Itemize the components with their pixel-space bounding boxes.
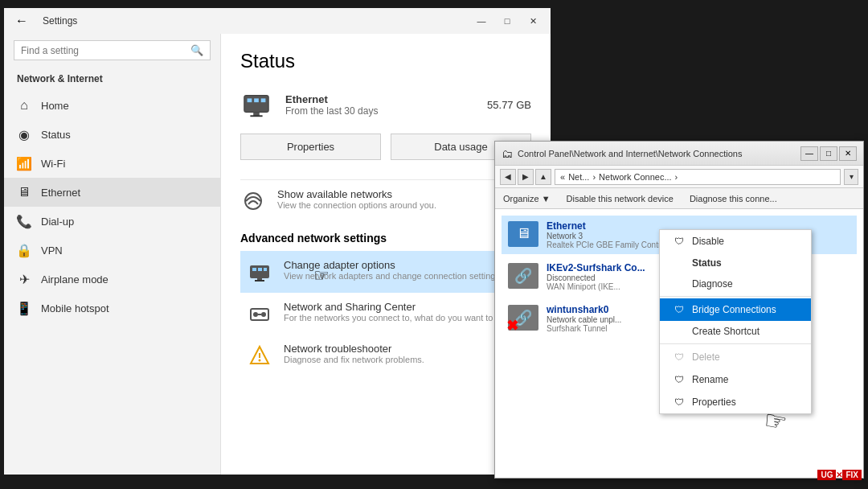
sidebar-item-label-airplane: Airplane mode [41, 273, 108, 286]
troubleshooter-item[interactable]: Network troubleshooter Diagnose and fix … [240, 335, 531, 376]
ethernet-name: Ethernet [285, 93, 474, 105]
minimize-button[interactable]: — [470, 13, 493, 29]
cp-up-btn[interactable]: ▲ [535, 169, 551, 185]
properties-button[interactable]: Properties [240, 134, 381, 160]
svg-rect-12 [255, 280, 264, 281]
ethernet-icon: 🖥 [17, 185, 31, 199]
sharing-center-item[interactable]: Network and Sharing Center For the netwo… [240, 293, 531, 335]
folder-icon: 🗂 [502, 147, 513, 160]
ctx-bridge[interactable]: 🛡 Bridge Connections [660, 298, 811, 321]
sharing-center-sub: For the networks you connect to, what do… [284, 313, 517, 323]
ctx-shortcut-label: Create Shortcut [692, 326, 760, 337]
title-bar: ← Settings — □ ✕ [4, 8, 551, 34]
ctx-diagnose[interactable]: Diagnose [660, 273, 811, 294]
svg-point-15 [261, 312, 266, 317]
cp-title-text: Control Panel\Network and Internet\Netwo… [518, 149, 742, 158]
cp-window-controls: — □ ✕ [800, 146, 857, 161]
search-input[interactable] [21, 45, 186, 56]
ctx-separator-2 [660, 343, 811, 344]
ctx-delete-label: Delete [692, 351, 720, 363]
sidebar-item-vpn[interactable]: 🔒 VPN [4, 236, 220, 265]
troubleshooter-title: Network troubleshooter [284, 343, 424, 355]
sidebar-item-label-wifi: Wi-Fi [41, 158, 65, 170]
cp-forward-btn[interactable]: ▶ [518, 169, 534, 185]
title-bar-left: ← Settings [10, 10, 77, 32]
vpn-icon: 🔒 [17, 243, 31, 257]
mobile-icon: 📱 [17, 301, 31, 315]
svg-rect-1 [248, 98, 252, 102]
maximize-button[interactable]: □ [496, 13, 518, 29]
organize-button[interactable]: Organize ▼ [500, 192, 554, 205]
diagnose-button[interactable]: Diagnose this conne... [686, 192, 780, 205]
search-box[interactable]: 🔍 [14, 40, 211, 60]
sidebar-item-dialup[interactable]: 📞 Dial-up [4, 207, 220, 236]
cp-minimize[interactable]: — [800, 146, 818, 161]
sidebar-item-home[interactable]: ⌂ Home [4, 91, 220, 120]
ethernet-status-icon [240, 88, 272, 121]
svg-point-18 [259, 360, 261, 362]
sidebar-item-label-ethernet: Ethernet [41, 187, 80, 199]
show-networks-title: Show available networks [277, 188, 436, 200]
cp-back-btn[interactable]: ◀ [500, 169, 516, 185]
cp-path-text1: Net... [568, 172, 589, 182]
close-button[interactable]: ✕ [522, 13, 544, 29]
ctx-properties[interactable]: 🛡 Properties [660, 391, 811, 413]
sidebar-item-ethernet[interactable]: 🖥 Ethernet [4, 178, 220, 207]
show-networks-item[interactable]: Show available networks View the connect… [240, 179, 531, 222]
sidebar-item-mobile[interactable]: 📱 Mobile hotspot [4, 294, 220, 323]
adapter-icon [247, 259, 272, 285]
svg-rect-3 [261, 98, 266, 102]
sidebar-item-wifi[interactable]: 📶 Wi-Fi [4, 149, 220, 178]
ikev2-network-icon: 🔗 [508, 263, 540, 291]
svg-rect-2 [254, 98, 259, 102]
ethernet-subtitle: From the last 30 days [285, 105, 474, 117]
change-adapter-sub: View network adapters and change connect… [284, 271, 502, 281]
window-content: 🔍 Network & Internet ⌂ Home ◉ Status 📶 W… [4, 34, 551, 475]
cp-toolbar: Organize ▼ Disable this network device D… [495, 188, 863, 209]
cp-title-bar: 🗂 Control Panel\Network and Internet\Net… [495, 142, 863, 166]
ctx-rename-label: Rename [692, 374, 728, 385]
wintunshark-sub2: Surfshark Tunnel [547, 324, 621, 333]
cp-close[interactable]: ✕ [839, 146, 857, 161]
watermark-text: UG [817, 470, 836, 480]
show-networks-sub: View the connection options around you. [277, 200, 436, 210]
change-adapter-item[interactable]: Change adapter options View network adap… [240, 251, 531, 293]
ethernet-network-info: Ethernet Network 3 Realtek PCIe GBE Fami… [547, 220, 676, 249]
dialup-icon: 📞 [17, 214, 31, 228]
ctx-separator-1 [660, 296, 811, 297]
troubleshooter-icon [247, 343, 272, 368]
cp-maximize[interactable]: □ [820, 146, 837, 161]
sidebar: 🔍 Network & Internet ⌂ Home ◉ Status 📶 W… [4, 34, 221, 475]
wintunshark-network-info: wintunshark0 Network cable unpl... Surfs… [547, 304, 621, 333]
back-button[interactable]: ← [10, 10, 33, 32]
sharing-icon [247, 301, 272, 327]
ctx-rename[interactable]: 🛡 Rename [660, 368, 811, 391]
change-adapter-title: Change adapter options [284, 259, 502, 271]
ctx-shortcut[interactable]: Create Shortcut [660, 321, 811, 342]
cp-title-left: 🗂 Control Panel\Network and Internet\Net… [502, 147, 742, 160]
cp-dropdown-btn[interactable]: ▾ [844, 169, 858, 185]
disable-device-button[interactable]: Disable this network device [563, 192, 677, 205]
svg-rect-7 [250, 265, 269, 278]
troubleshooter-sub: Diagnose and fix network problems. [284, 355, 424, 364]
troubleshooter-text: Network troubleshooter Diagnose and fix … [284, 343, 424, 364]
ctx-disable[interactable]: 🛡 Disable [660, 230, 811, 253]
sidebar-item-airplane[interactable]: ✈ Airplane mode [4, 265, 220, 294]
page-title: Status [240, 50, 531, 72]
svg-rect-8 [252, 268, 256, 271]
sidebar-item-status[interactable]: ◉ Status [4, 120, 220, 149]
sidebar-item-label-vpn: VPN [41, 244, 63, 257]
cp-path-arrow1: › [592, 172, 596, 182]
show-networks-text: Show available networks View the connect… [277, 188, 436, 210]
title-bar-controls: — □ ✕ [470, 13, 544, 29]
svg-rect-9 [258, 268, 262, 271]
cp-path[interactable]: « Net... › Network Connec... › [555, 169, 841, 185]
cp-path-arrow2: › [675, 172, 678, 182]
svg-point-14 [253, 312, 258, 317]
ctx-properties-label: Properties [692, 397, 736, 408]
ethernet-network-sub1: Network 3 [547, 232, 676, 240]
action-buttons: Properties Data usage [240, 134, 531, 160]
cp-address-bar: ◀ ▶ ▲ « Net... › Network Connec... › ▾ [495, 166, 863, 188]
ctx-bridge-label: Bridge Connections [692, 304, 776, 315]
ctx-status[interactable]: Status [660, 253, 811, 273]
